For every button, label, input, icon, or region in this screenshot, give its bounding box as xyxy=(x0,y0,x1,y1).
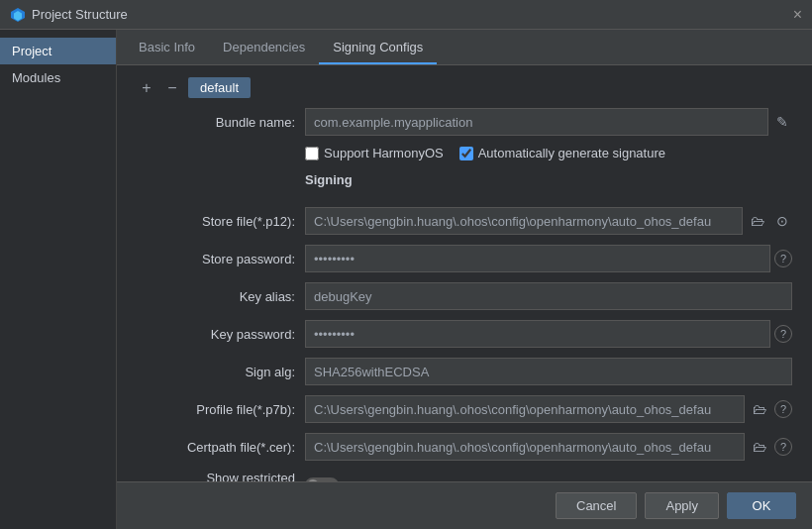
support-harmony-checkbox-item[interactable]: Support HarmonyOS xyxy=(305,146,444,160)
tab-dependencies[interactable]: Dependencies xyxy=(209,32,319,64)
key-password-input-wrap: ? xyxy=(305,320,792,348)
certpath-file-input-wrap: 🗁 ? xyxy=(305,433,792,461)
store-file-row: Store file(*.p12): 🗁 ⊙ xyxy=(137,207,792,235)
main-layout: Project Modules Basic Info Dependencies … xyxy=(0,30,812,529)
support-harmony-label: Support HarmonyOS xyxy=(324,146,444,160)
auto-sign-checkbox-item[interactable]: Automatically generate signature xyxy=(459,146,665,160)
cancel-button[interactable]: Cancel xyxy=(556,492,637,519)
sidebar-item-modules[interactable]: Modules xyxy=(0,64,116,91)
profile-file-folder-button[interactable]: 🗁 xyxy=(749,399,770,419)
ok-button[interactable]: OK xyxy=(727,492,796,519)
content-area: Basic Info Dependencies Signing Configs … xyxy=(117,30,812,529)
certpath-file-help-button[interactable]: ? xyxy=(774,438,792,456)
store-file-wifi-button[interactable]: ⊙ xyxy=(772,211,792,231)
apply-button[interactable]: Apply xyxy=(645,492,719,519)
title-bar-left: Project Structure xyxy=(10,7,128,23)
store-password-label: Store password: xyxy=(137,252,305,266)
store-password-input-wrap: ? xyxy=(305,245,792,272)
close-button[interactable]: × xyxy=(793,7,802,23)
profile-file-row: Profile file(*.p7b): 🗁 ? xyxy=(137,395,792,423)
signing-section-header-row: Signing xyxy=(137,172,792,197)
show-restricted-row: Show restricted permissions xyxy=(137,471,792,481)
certpath-file-row: Certpath file(*.cer): 🗁 ? xyxy=(137,433,792,461)
bundle-name-label: Bundle name: xyxy=(137,115,305,130)
checkboxes-row: Support HarmonyOS Automatically generate… xyxy=(137,146,792,160)
tab-signing-configs[interactable]: Signing Configs xyxy=(319,32,437,64)
remove-config-button[interactable]: − xyxy=(162,78,182,98)
key-alias-label: Key alias: xyxy=(137,289,305,304)
form-area: + − default Bundle name: ✎ Support Harmo… xyxy=(117,65,812,481)
sign-alg-input-wrap xyxy=(305,358,792,385)
show-restricted-toggle[interactable] xyxy=(305,477,339,481)
bundle-name-input-wrap: ✎ xyxy=(305,108,792,136)
bundle-name-edit-button[interactable]: ✎ xyxy=(772,112,792,132)
profile-file-help-button[interactable]: ? xyxy=(774,400,792,418)
bundle-name-row: Bundle name: ✎ xyxy=(137,108,792,136)
tabs-bar: Basic Info Dependencies Signing Configs xyxy=(117,30,812,65)
support-harmony-checkbox[interactable] xyxy=(305,147,319,160)
auto-sign-checkbox[interactable] xyxy=(459,147,473,160)
sign-alg-input[interactable] xyxy=(305,358,792,385)
show-restricted-label: Show restricted permissions xyxy=(137,471,305,481)
sign-alg-row: Sign alg: xyxy=(137,358,792,385)
profile-file-label: Profile file(*.p7b): xyxy=(137,402,305,417)
key-password-help-button[interactable]: ? xyxy=(774,325,792,343)
title-bar: Project Structure × xyxy=(0,0,812,30)
tab-basic-info[interactable]: Basic Info xyxy=(125,32,209,64)
store-password-row: Store password: ? xyxy=(137,245,792,272)
key-alias-row: Key alias: xyxy=(137,282,792,310)
signing-section-header: Signing xyxy=(305,172,353,187)
profile-file-input-wrap: 🗁 ? xyxy=(305,395,792,423)
add-config-button[interactable]: + xyxy=(137,78,156,98)
bundle-name-input[interactable] xyxy=(305,108,768,136)
toggle-slider xyxy=(305,477,339,481)
title-bar-title: Project Structure xyxy=(32,7,128,22)
certpath-file-folder-button[interactable]: 🗁 xyxy=(749,437,770,457)
store-file-input[interactable] xyxy=(305,207,743,235)
sidebar-item-project[interactable]: Project xyxy=(0,38,116,64)
config-name-badge[interactable]: default xyxy=(188,77,251,98)
profile-file-input[interactable] xyxy=(305,395,745,423)
store-password-help-button[interactable]: ? xyxy=(774,250,792,267)
store-file-label: Store file(*.p12): xyxy=(137,214,305,229)
store-file-input-wrap: 🗁 ⊙ xyxy=(305,207,792,235)
key-alias-input-wrap xyxy=(305,282,792,310)
certpath-file-input[interactable] xyxy=(305,433,745,461)
key-password-input[interactable] xyxy=(305,320,770,348)
sign-alg-label: Sign alg: xyxy=(137,365,305,379)
config-toolbar: + − default xyxy=(137,77,792,98)
store-password-input[interactable] xyxy=(305,245,770,272)
footer: Cancel Apply OK xyxy=(117,481,812,529)
certpath-file-label: Certpath file(*.cer): xyxy=(137,440,305,455)
store-file-folder-button[interactable]: 🗁 xyxy=(747,211,768,231)
app-icon xyxy=(10,7,26,23)
auto-sign-label: Automatically generate signature xyxy=(478,146,665,160)
key-password-row: Key password: ? xyxy=(137,320,792,348)
key-password-label: Key password: xyxy=(137,327,305,342)
key-alias-input[interactable] xyxy=(305,282,792,310)
sidebar: Project Modules xyxy=(0,30,117,529)
